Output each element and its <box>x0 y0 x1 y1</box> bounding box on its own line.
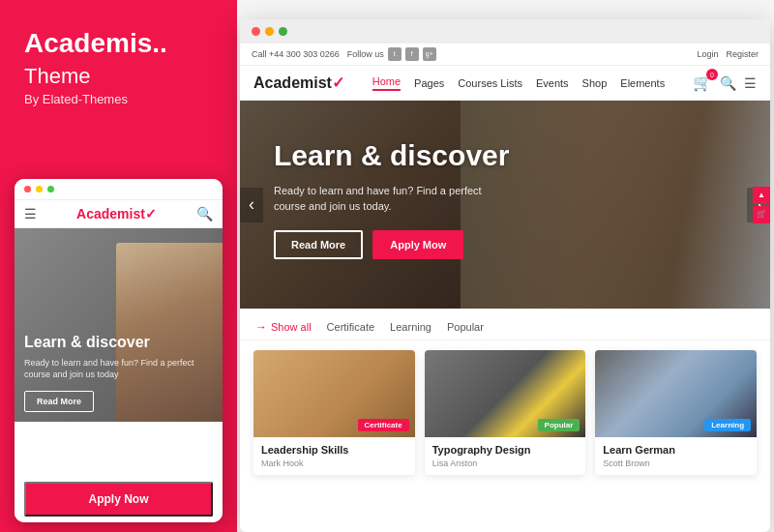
course-card-2-title: Learn German <box>603 444 749 456</box>
course-filter: → Show all Certificate Learning Popular <box>240 309 770 340</box>
course-card-2-badge: Learning <box>704 419 751 431</box>
social-icon-3[interactable]: g+ <box>423 47 436 61</box>
desktop-dot-yellow <box>265 27 274 36</box>
hero-content: Learn & discover Ready to learn and have… <box>274 139 509 259</box>
mobile-preview: ☰ Academist✓ 🔍 Learn & discover Ready to… <box>15 179 223 522</box>
nav-link-home[interactable]: Home <box>372 75 401 91</box>
menu-icon[interactable]: ☰ <box>744 75 757 91</box>
hero-side-accent: ▲ 🛒 <box>753 187 770 223</box>
nav-link-events[interactable]: Events <box>536 77 569 89</box>
dot-green <box>47 186 54 192</box>
mobile-window-dots <box>15 179 223 200</box>
filter-learning[interactable]: Learning <box>390 321 432 333</box>
theme-title: Academis.. <box>24 29 213 59</box>
twitter-icon[interactable]: t <box>388 47 402 61</box>
hamburger-icon: ☰ <box>24 206 37 222</box>
course-card-1-image: Popular <box>425 350 586 437</box>
desktop-dot-red <box>252 27 260 36</box>
mobile-logo: Academist✓ <box>76 206 157 222</box>
course-card-0[interactable]: Certificate Leadership Skills Mark Hook <box>253 350 415 475</box>
theme-subtitle-line1: Theme <box>24 65 213 88</box>
topbar-follow-label: Follow us t f g+ <box>347 47 436 61</box>
facebook-icon[interactable]: f <box>405 47 419 61</box>
filter-popular[interactable]: Popular <box>447 321 484 333</box>
course-card-2-info: Learn German Scott Brown <box>595 437 757 475</box>
topbar-register[interactable]: Register <box>726 49 759 59</box>
course-card-0-info: Leadership Skills Mark Hook <box>253 437 415 475</box>
desktop-hero: ‹ › Learn & discover Ready to learn and … <box>240 101 770 309</box>
hero-apply-now-button[interactable]: Apply Mow <box>372 230 463 259</box>
mobile-header: ☰ Academist✓ 🔍 <box>15 200 223 228</box>
topbar-login[interactable]: Login <box>697 49 718 59</box>
accent-box-2: 🛒 <box>753 206 770 223</box>
hero-subtitle: Ready to learn and have fun? Find a perf… <box>274 183 496 215</box>
nav-link-courses[interactable]: Courses Lists <box>458 77 522 89</box>
filter-show-all[interactable]: → Show all <box>255 320 312 334</box>
course-card-2-image: Learning <box>595 350 757 437</box>
course-card-0-author: Mark Hook <box>261 458 407 468</box>
hero-title: Learn & discover <box>274 139 509 173</box>
theme-author: By Elated-Themes <box>24 92 213 106</box>
mobile-hero: Learn & discover Ready to learn and have… <box>15 228 223 422</box>
mobile-hero-title: Learn & discover <box>24 333 213 351</box>
desktop-nav-logo: Academist✓ <box>253 74 344 92</box>
cart-count: 0 <box>706 69 718 80</box>
desktop-nav-links: Home Pages Courses Lists Events Shop Ele… <box>372 75 665 91</box>
hero-read-more-button[interactable]: Read More <box>274 230 363 259</box>
course-card-1-info: Typography Design Lisa Anston <box>425 437 586 475</box>
filter-certificate[interactable]: Certificate <box>327 321 375 333</box>
hero-buttons: Read More Apply Mow <box>274 230 509 259</box>
mobile-read-more-button[interactable]: Read More <box>24 391 94 412</box>
course-card-1-title: Typography Design <box>432 444 579 456</box>
mobile-hero-subtitle: Ready to learn and have fun? Find a perf… <box>24 357 213 381</box>
mobile-hero-content: Learn & discover Ready to learn and have… <box>24 333 213 412</box>
search-icon[interactable]: 🔍 <box>720 75 736 91</box>
course-card-1-author: Lisa Anston <box>432 458 579 468</box>
dot-yellow <box>36 186 43 192</box>
course-cards-container: Certificate Leadership Skills Mark Hook … <box>240 340 770 485</box>
topbar-phone: Call +44 300 303 0266 <box>252 49 340 59</box>
nav-link-shop[interactable]: Shop <box>582 77 608 89</box>
course-card-0-image: Certificate <box>253 350 415 437</box>
course-card-0-badge: Certificate <box>358 419 409 431</box>
nav-link-pages[interactable]: Pages <box>414 77 444 89</box>
mobile-bottom-section: Apply Now <box>15 422 223 522</box>
course-card-1[interactable]: Popular Typography Design Lisa Anston <box>425 350 586 475</box>
dot-red <box>24 186 31 192</box>
accent-box-1: ▲ <box>753 187 770 204</box>
mobile-search-icon: 🔍 <box>196 206 213 222</box>
hero-prev-arrow[interactable]: ‹ <box>240 188 263 222</box>
left-panel: Academis.. Theme By Elated-Themes ☰ Acad… <box>0 0 237 532</box>
desktop-topbar: Call +44 300 303 0266 Follow us t f g+ L… <box>240 44 770 66</box>
desktop-window-dots <box>240 19 770 44</box>
nav-link-elements[interactable]: Elements <box>620 77 665 89</box>
course-card-2-author: Scott Brown <box>603 458 749 468</box>
course-card-0-title: Leadership Skills <box>261 444 407 456</box>
desktop-nav: Academist✓ Home Pages Courses Lists Even… <box>240 66 770 101</box>
desktop-preview: Call +44 300 303 0266 Follow us t f g+ L… <box>240 19 770 532</box>
desktop-nav-icons: 🛒 0 🔍 ☰ <box>693 74 757 92</box>
mobile-apply-now-button[interactable]: Apply Now <box>24 482 213 517</box>
course-card-1-badge: Popular <box>538 419 580 431</box>
cart-icon[interactable]: 🛒 0 <box>693 74 712 92</box>
arrow-right-icon: → <box>255 320 267 334</box>
desktop-dot-green <box>279 27 287 36</box>
course-card-2[interactable]: Learning Learn German Scott Brown <box>595 350 757 475</box>
